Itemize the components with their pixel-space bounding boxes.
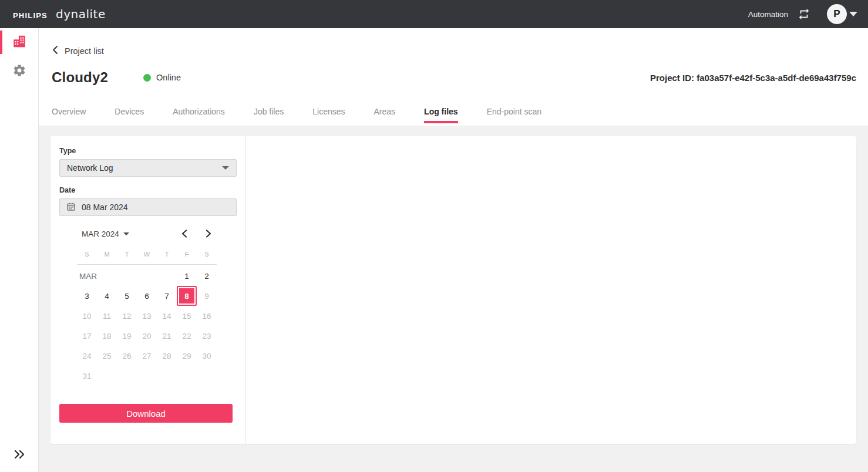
calendar-day: 9 [197,286,217,306]
calendar-day[interactable]: 6 [137,286,157,306]
dynalite-wordmark: dynalite [56,7,106,21]
online-status-label: Online [156,73,181,82]
calendar-day: 28 [157,346,177,366]
date-value: 08 Mar 2024 [82,203,128,212]
sidebar-expand-button[interactable] [0,446,38,465]
calendar-day: 14 [157,306,177,326]
tab-authorizations[interactable]: Authorizations [173,107,225,126]
calendar-day-selected[interactable]: 8 [177,286,197,306]
type-field-label: Type [59,147,237,155]
calendar-day: 15 [177,306,197,326]
calendar-month-row-label: MAR [79,272,97,281]
calendar-day: 30 [197,346,217,366]
calendar-empty-cell [177,366,197,386]
weekday-label: T [157,247,177,262]
calendar-day: 20 [137,326,157,346]
back-to-project-list[interactable]: Project list [52,45,104,57]
calendar-month-label: MAR 2024 [82,230,119,238]
calendar-day: 26 [117,346,137,366]
philips-wordmark: PHILIPS [13,11,48,20]
calendar-empty-cell [137,366,157,386]
weekday-label: W [137,247,157,262]
calendar-empty-cell [197,366,217,386]
calendar-day[interactable]: 5 [117,286,137,306]
date-field-label: Date [59,186,237,194]
weekday-label: S [77,247,97,262]
calendar-widget: MAR 2024 S M T W T F S [77,224,217,386]
tab-licenses[interactable]: Licenses [312,107,345,126]
calendar-weekday-header: S M T W T F S [77,247,217,262]
download-button[interactable]: Download [59,404,233,423]
calendar-day[interactable]: 7 [157,286,177,306]
page-header: Project list Cloudy2 Online Project ID: … [39,28,868,126]
topbar: PHILIPS dynalite Automation P [0,0,868,28]
weekday-label: T [117,247,137,262]
calendar-day[interactable]: 4 [97,286,117,306]
calendar-empty-cell [117,366,137,386]
log-filter-panel: Type Network Log Date 08 Mar 2 [51,136,246,444]
calendar-day: 10 [77,306,97,326]
calendar-empty-cell [97,366,117,386]
calendar-empty-cell: MAR [77,266,97,286]
avatar[interactable]: P [827,4,847,24]
calendar-divider [77,264,217,265]
log-files-content-area [246,136,856,444]
sidebar-item-settings[interactable] [0,58,38,86]
calendar-day: 23 [197,326,217,346]
calendar-day: 22 [177,326,197,346]
online-status-dot [143,74,151,82]
log-files-panel: Type Network Log Date 08 Mar 2 [51,136,856,444]
weekday-label: F [177,247,197,262]
calendar-next-month-button[interactable] [201,227,216,241]
project-id: Project ID: fa03a57f-e42f-5c3a-a5df-de69… [650,73,856,83]
calendar-day[interactable]: 3 [77,286,97,306]
log-type-select[interactable]: Network Log [59,159,237,177]
calendar-day: 27 [137,346,157,366]
calendar-day[interactable]: 2 [197,266,217,286]
calendar-empty-cell [97,266,117,286]
calendar-day: 12 [117,306,137,326]
calendar-grid: MAR1234567891011121314151617181920212223… [77,266,217,386]
gear-icon [12,63,26,80]
calendar-day: 11 [97,306,117,326]
chevron-left-icon [52,45,59,57]
weekday-label: S [197,247,217,262]
tab-overview[interactable]: Overview [52,107,86,126]
calendar-empty-cell [117,266,137,286]
calendar-day: 25 [97,346,117,366]
sidebar-item-projects[interactable] [0,28,38,56]
calendar-empty-cell [157,366,177,386]
tab-areas[interactable]: Areas [374,107,396,126]
repeat-icon[interactable] [798,8,810,21]
calendar-day: 16 [197,306,217,326]
calendar-day: 13 [137,306,157,326]
date-input[interactable]: 08 Mar 2024 [59,198,237,216]
tab-devices[interactable]: Devices [115,107,144,126]
tab-end-point-scan[interactable]: End-point scan [487,107,541,126]
user-menu[interactable]: P [820,4,857,24]
log-type-selected-value: Network Log [67,163,113,173]
automation-label: Automation [748,10,788,19]
buildings-icon [12,33,27,51]
calendar-prev-month-button[interactable] [177,227,191,241]
status-badge: Online [143,73,181,82]
calendar-empty-cell [157,266,177,286]
calendar-day: 19 [117,326,137,346]
calendar-day: 29 [177,346,197,366]
chevron-down-icon [222,166,229,170]
tab-bar: Overview Devices Authorizations Job file… [52,107,541,126]
calendar-day: 21 [157,326,177,346]
calendar-day: 17 [77,326,97,346]
double-chevron-right-icon [13,449,26,463]
weekday-label: M [97,247,117,262]
tab-log-files[interactable]: Log files [424,107,458,126]
calendar-day[interactable]: 1 [177,266,197,286]
tab-job-files[interactable]: Job files [254,107,284,126]
chevron-down-icon[interactable] [849,12,857,16]
calendar-day: 31 [77,366,97,386]
calendar-day: 24 [77,346,97,366]
chevron-down-icon [123,232,129,235]
calendar-month-selector[interactable]: MAR 2024 [82,230,129,238]
brand-logo: PHILIPS dynalite [13,7,106,21]
back-link-label[interactable]: Project list [65,46,104,56]
